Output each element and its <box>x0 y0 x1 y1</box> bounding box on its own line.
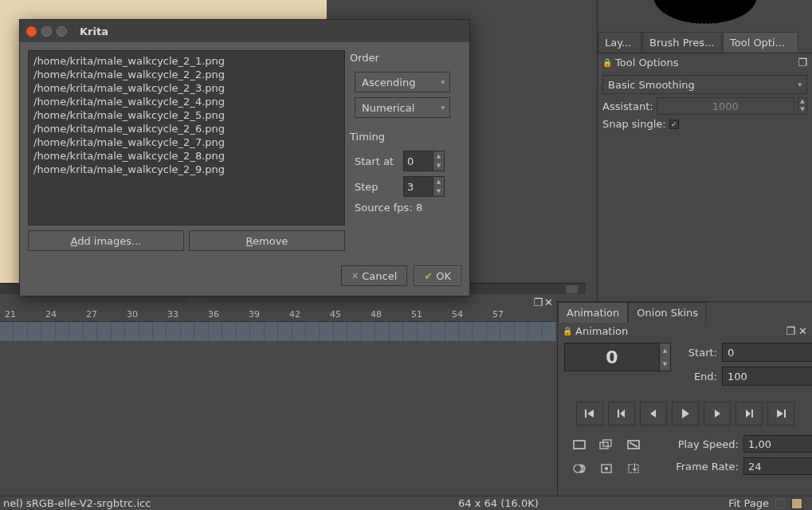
file-item[interactable]: /home/krita/male_walkcycle_2_2.png <box>33 68 339 81</box>
onion-skin-button[interactable] <box>569 459 590 478</box>
file-item[interactable]: /home/krita/male_walkcycle_2_5.png <box>33 108 339 122</box>
order-type-dropdown[interactable]: Numerical <box>355 97 450 118</box>
fit-page-button[interactable]: Fit Page <box>728 497 769 509</box>
scrollbar-thumb[interactable] <box>566 285 578 293</box>
close-icon[interactable]: ✕ <box>798 325 807 337</box>
current-frame-display[interactable]: 0 <box>564 343 660 371</box>
prev-keyframe-button[interactable] <box>608 402 635 426</box>
snap-single-label: Snap single: <box>602 118 666 130</box>
minimize-icon[interactable] <box>41 26 52 37</box>
order-label: Order <box>350 50 461 67</box>
close-icon[interactable]: ✕ <box>544 296 553 308</box>
status-bar: nel) sRGB-elle-V2-srgbtrc.icc 64 x 64 (1… <box>0 496 812 510</box>
lock-icon[interactable]: 🔒 <box>563 327 572 335</box>
timeline-frames-row[interactable] <box>0 322 556 341</box>
tool-options-header: 🔒 Tool Options ❐ <box>598 53 812 72</box>
svg-marker-4 <box>650 410 656 418</box>
file-item[interactable]: /home/krita/male_walkcycle_2_7.png <box>33 135 339 149</box>
spin-down-icon[interactable]: ▼ <box>660 357 670 371</box>
x-icon: ✕ <box>351 271 359 281</box>
file-item[interactable]: /home/krita/male_walkcycle_2_9.png <box>33 163 339 176</box>
play-speed-spinbox[interactable]: ▲▼ <box>743 435 801 453</box>
svg-marker-5 <box>682 409 689 418</box>
source-fps-label: Source fps: 8 <box>355 202 461 214</box>
smoothing-dropdown[interactable]: Basic Smoothing <box>602 75 807 94</box>
spin-up-icon[interactable]: ▲ <box>660 343 670 357</box>
drop-frames-button[interactable]: ↓ <box>623 459 644 478</box>
tab-animation[interactable]: Animation <box>558 302 628 323</box>
svg-rect-10 <box>784 410 786 418</box>
svg-rect-2 <box>618 410 619 418</box>
start-frame-spinbox[interactable]: ▲▼ <box>722 343 812 362</box>
background-color-swatch[interactable] <box>791 498 802 509</box>
tab-onion-skins[interactable]: Onion Skins <box>628 302 707 323</box>
svg-marker-7 <box>746 410 751 418</box>
status-profile: nel) sRGB-elle-V2-srgbtrc.icc <box>3 497 151 509</box>
import-frames-dialog: Krita /home/krita/male_walkcycle_2_1.png… <box>19 19 470 296</box>
tab-brush-presets[interactable]: Brush Pres... <box>642 32 722 53</box>
skip-start-button[interactable] <box>576 402 603 426</box>
step-input[interactable] <box>403 176 433 197</box>
file-item[interactable]: /home/krita/male_walkcycle_2_1.png <box>33 54 339 68</box>
maximize-icon[interactable] <box>57 26 67 37</box>
prev-frame-button[interactable] <box>640 402 667 426</box>
svg-marker-1 <box>587 410 594 418</box>
start-at-spinbox[interactable]: ▲▼ <box>403 151 445 171</box>
next-keyframe-button[interactable] <box>736 402 763 426</box>
start-at-label: Start at <box>355 155 398 167</box>
step-spinbox[interactable]: ▲▼ <box>403 176 445 197</box>
end-frame-label: End: <box>681 371 717 382</box>
remove-button[interactable]: Remove <box>189 230 345 251</box>
cancel-button[interactable]: ✕Cancel <box>341 265 407 286</box>
file-item[interactable]: /home/krita/male_walkcycle_2_6.png <box>33 122 339 135</box>
frame-rate-spinbox[interactable]: ▲▼ <box>743 457 801 475</box>
end-frame-spinbox[interactable]: ▲▼ <box>722 367 812 386</box>
play-button[interactable] <box>672 402 699 426</box>
svg-marker-6 <box>715 410 720 418</box>
lock-icon[interactable]: 🔒 <box>602 58 612 67</box>
spin-up-icon[interactable]: ▲ <box>433 151 444 161</box>
float-icon[interactable]: ❐ <box>798 57 807 69</box>
dialog-title: Krita <box>80 26 108 37</box>
file-item[interactable]: /home/krita/male_walkcycle_2_8.png <box>33 149 339 163</box>
snap-single-checkbox[interactable]: ✓ <box>669 120 679 129</box>
spin-up-icon[interactable]: ▲ <box>798 98 806 106</box>
timeline-ruler[interactable]: 21 24 27 30 33 36 39 42 45 48 51 54 57 <box>0 309 556 322</box>
svg-text:↓: ↓ <box>630 463 639 473</box>
delete-frame-button[interactable] <box>623 435 644 454</box>
next-frame-button[interactable] <box>704 402 731 426</box>
svg-rect-0 <box>585 410 586 418</box>
spin-down-icon[interactable]: ▼ <box>433 161 444 171</box>
svg-rect-13 <box>603 440 611 446</box>
auto-frame-button <box>596 459 617 478</box>
checkerboard-icon[interactable] <box>775 499 785 508</box>
file-list[interactable]: /home/krita/male_walkcycle_2_1.png /home… <box>28 50 345 226</box>
dock-handle-icon[interactable]: ······ <box>596 62 603 84</box>
duplicate-frame-button[interactable] <box>596 435 617 454</box>
start-at-input[interactable] <box>403 151 433 171</box>
file-item[interactable]: /home/krita/male_walkcycle_2_4.png <box>33 95 339 108</box>
file-item[interactable]: /home/krita/male_walkcycle_2_3.png <box>33 81 339 95</box>
svg-line-15 <box>630 442 637 447</box>
right-dock: ······ Lay... Brush Pres... Tool Opti...… <box>597 0 812 315</box>
add-images-button[interactable]: Add images... <box>28 230 184 251</box>
spin-up-icon[interactable]: ▲ <box>433 177 444 186</box>
ok-button[interactable]: ✔OK <box>414 265 461 286</box>
svg-point-18 <box>605 467 608 470</box>
assistant-input[interactable] <box>657 97 794 115</box>
order-direction-dropdown[interactable]: Ascending <box>355 72 450 92</box>
dialog-titlebar[interactable]: Krita <box>20 20 469 42</box>
float-icon[interactable]: ❐ <box>786 325 795 337</box>
spin-down-icon[interactable]: ▼ <box>798 106 806 114</box>
close-icon[interactable] <box>26 26 37 37</box>
svg-rect-12 <box>600 442 608 449</box>
spin-down-icon[interactable]: ▼ <box>433 186 444 196</box>
float-icon[interactable]: ❐ <box>533 296 543 308</box>
svg-rect-11 <box>574 441 585 449</box>
play-speed-label: Play Speed: <box>666 438 739 450</box>
skip-end-button[interactable] <box>767 402 794 426</box>
tab-tool-options[interactable]: Tool Opti... <box>723 32 798 53</box>
add-blank-frame-button[interactable] <box>569 435 590 454</box>
tab-layers[interactable]: Lay... <box>598 32 641 53</box>
svg-marker-9 <box>777 410 783 418</box>
